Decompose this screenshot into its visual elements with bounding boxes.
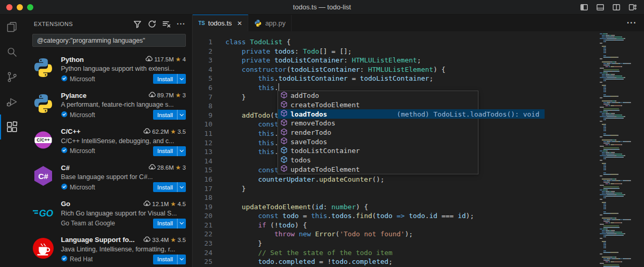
code-line: 3 private todoListContainer: HTMLUListEl… xyxy=(193,56,644,65)
close-button[interactable] xyxy=(6,4,12,10)
line-number: 10 xyxy=(193,120,212,129)
install-button[interactable]: Install xyxy=(153,182,177,192)
suggest-item-saveTodos[interactable]: saveTodos xyxy=(278,137,478,146)
extension-item[interactable]: Pylance 89.7M ★ 3 A performant, feature-… xyxy=(23,87,192,123)
suggest-item-label: updateTodoElement xyxy=(291,166,360,173)
sidebar-header: EXTENSIONS ··· xyxy=(23,15,192,33)
svg-text:C/C++: C/C++ xyxy=(37,137,50,143)
suggest-item-createTodoElement[interactable]: createTodoElement xyxy=(278,100,478,110)
suggest-item-addTodo[interactable]: addTodo xyxy=(278,91,478,100)
traffic-lights xyxy=(0,4,33,10)
toggle-primary-sidebar-button-icon[interactable] xyxy=(580,3,588,11)
code-line: 23 } xyxy=(193,239,644,248)
line-number: 18 xyxy=(193,193,212,202)
symbol-method-icon xyxy=(280,128,288,137)
download-count: 89.7M xyxy=(157,92,174,98)
suggest-item-label: renderTodo xyxy=(291,129,331,136)
install-dropdown-chevron-icon[interactable] xyxy=(177,219,186,228)
suggest-item-todoListContainer[interactable]: todoListContainer xyxy=(278,146,478,156)
extension-description: C/C++ IntelliSense, debugging, and c... xyxy=(61,137,186,145)
customize-layout-button-icon[interactable] xyxy=(628,3,637,11)
more-actions-icon[interactable]: ··· xyxy=(627,18,637,28)
symbol-method-icon xyxy=(280,91,288,100)
vscode-window: todos.ts — todo-list EXTENSIONS ··· Pyth… xyxy=(0,0,644,267)
install-dropdown-chevron-icon[interactable] xyxy=(177,182,186,192)
suggest-item-updateTodoElement[interactable]: updateTodoElement xyxy=(278,165,478,174)
minimap[interactable] xyxy=(598,31,644,267)
line-number: 3 xyxy=(193,56,212,65)
download-count-icon xyxy=(145,55,153,63)
install-dropdown-chevron-icon[interactable] xyxy=(177,146,186,156)
suggest-item-loadTodos[interactable]: loadTodos(method) TodoList.loadTodos(): … xyxy=(278,109,545,119)
publisher-name: Red Hat xyxy=(70,256,93,263)
line-number: 11 xyxy=(193,129,212,138)
code-line: 5 this.todoListContainer = todoListConta… xyxy=(193,74,644,83)
minimize-button[interactable] xyxy=(17,4,23,10)
extension-name: Pylance xyxy=(61,92,86,99)
activity-bar xyxy=(0,15,23,267)
suggest-item-label: todoListContainer xyxy=(291,147,360,155)
extension-item[interactable]: Language Support fo... 33.4M ★ 3.5 Java … xyxy=(23,232,192,267)
code-line: 18 xyxy=(193,193,644,202)
line-number: 6 xyxy=(193,83,212,93)
code-line: 19 updateTodoElement(id: number) { xyxy=(193,202,644,212)
line-number: 23 xyxy=(193,239,212,248)
symbol-method-icon xyxy=(280,109,288,119)
verified-publisher-icon xyxy=(61,75,68,83)
line-number: 25 xyxy=(193,257,212,266)
extension-item[interactable]: C# C# 28.6M ★ 3 Base language support fo… xyxy=(23,159,192,195)
titlebar: todos.ts — todo-list xyxy=(0,0,644,15)
extension-item[interactable]: Python 117.5M ★ 4 Python language suppor… xyxy=(23,51,192,87)
install-dropdown-chevron-icon[interactable] xyxy=(177,110,186,120)
install-button[interactable]: Install xyxy=(153,255,177,264)
publisher-name: Go Team at Google xyxy=(61,220,115,227)
tab-todos.ts[interactable]: TStodos.ts✕ xyxy=(193,15,248,31)
line-number: 24 xyxy=(193,248,212,258)
line-number: 9 xyxy=(193,111,212,120)
extension-item[interactable]: GO Go 12.1M ★ 4.5 Rich Go language suppo… xyxy=(23,196,192,232)
activity-bar-search-icon[interactable] xyxy=(0,40,23,65)
refresh-icon[interactable] xyxy=(147,19,157,29)
activity-bar-extensions-icon[interactable] xyxy=(0,115,23,139)
install-button[interactable]: Install xyxy=(153,110,177,120)
suggest-item-detail: (method) TodoList.loadTodos(): void xyxy=(397,110,545,118)
install-dropdown-chevron-icon[interactable] xyxy=(177,255,186,264)
extension-name: C/C++ xyxy=(61,128,81,135)
line-number: 5 xyxy=(193,74,212,83)
suggest-item-todos[interactable]: todos xyxy=(278,156,478,165)
window-title: todos.ts — todo-list xyxy=(0,3,644,11)
clear-extension-search-results-icon[interactable] xyxy=(162,19,171,29)
svg-text:GO: GO xyxy=(39,208,54,218)
activity-bar-run-and-debug-icon[interactable] xyxy=(0,90,23,115)
install-button[interactable]: Install xyxy=(153,146,177,156)
activity-bar-explorer-icon[interactable] xyxy=(0,15,23,40)
python-file-icon xyxy=(254,19,262,27)
toggle-secondary-sidebar-button-icon[interactable] xyxy=(612,3,621,11)
extension-description: A performant, feature-rich language s... xyxy=(61,101,186,108)
toggle-panel-button-icon[interactable] xyxy=(596,3,604,11)
extension-item[interactable]: C/C++ C/C++ 62.2M ★ 3.5 C/C++ IntelliSen… xyxy=(23,123,192,159)
tab-app.py[interactable]: app.py xyxy=(248,15,292,31)
star-icon: ★ xyxy=(175,56,181,63)
install-button[interactable]: Install xyxy=(153,219,177,228)
views-and-more-actions-icon[interactable]: ··· xyxy=(176,19,186,29)
star-icon: ★ xyxy=(170,128,176,135)
suggest-item-removeTodos[interactable]: removeTodos xyxy=(278,119,478,128)
symbol-field-icon xyxy=(280,156,288,165)
symbol-field-icon xyxy=(280,146,288,156)
code-editor[interactable]: 1class TodoList {2 private todos: Todo[]… xyxy=(193,31,644,267)
suggest-item-renderTodo[interactable]: renderTodo xyxy=(278,128,478,137)
close-tab-icon[interactable]: ✕ xyxy=(237,20,242,27)
line-number: 13 xyxy=(193,147,212,157)
extensions-search-input[interactable] xyxy=(32,34,186,47)
download-count-icon xyxy=(143,236,150,244)
zoom-button[interactable] xyxy=(27,4,33,10)
code-line: 22 throw new Error('Todo not found'); xyxy=(193,230,644,239)
filter-extensions-icon[interactable] xyxy=(133,19,142,29)
rating: 4.5 xyxy=(178,201,186,207)
extension-description: Base language support for C#... xyxy=(61,173,186,181)
install-button[interactable]: Install xyxy=(153,74,177,84)
activity-bar-source-control-icon[interactable] xyxy=(0,65,23,90)
install-dropdown-chevron-icon[interactable] xyxy=(177,74,186,84)
download-count-icon xyxy=(148,91,156,99)
